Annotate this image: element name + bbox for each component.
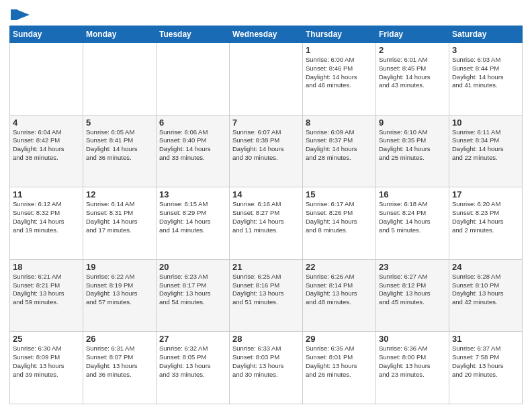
week-row-2: 4Sunrise: 6:04 AM Sunset: 8:42 PM Daylig… <box>10 115 523 187</box>
day-number: 3 <box>452 45 519 55</box>
day-number: 14 <box>232 189 300 199</box>
calendar-cell: 8Sunrise: 6:09 AM Sunset: 8:37 PM Daylig… <box>303 115 376 187</box>
logo-icon <box>11 7 31 23</box>
calendar-cell: 3Sunrise: 6:03 AM Sunset: 8:44 PM Daylig… <box>449 43 523 116</box>
cell-text: Sunrise: 6:17 AM Sunset: 8:26 PM Dayligh… <box>306 200 373 234</box>
day-number: 18 <box>13 262 80 272</box>
dow-header-friday: Friday <box>376 26 449 43</box>
day-number: 22 <box>306 262 373 272</box>
day-number: 19 <box>86 262 153 272</box>
calendar-cell: 18Sunrise: 6:21 AM Sunset: 8:21 PM Dayli… <box>10 259 83 332</box>
week-row-1: 1Sunrise: 6:00 AM Sunset: 8:46 PM Daylig… <box>10 43 523 116</box>
calendar-cell: 14Sunrise: 6:16 AM Sunset: 8:27 PM Dayli… <box>230 187 303 260</box>
calendar-cell: 17Sunrise: 6:20 AM Sunset: 8:23 PM Dayli… <box>449 187 523 260</box>
dow-header-thursday: Thursday <box>303 26 376 43</box>
cell-text: Sunrise: 6:26 AM Sunset: 8:14 PM Dayligh… <box>306 273 373 307</box>
day-number: 13 <box>159 189 226 199</box>
calendar-cell: 22Sunrise: 6:26 AM Sunset: 8:14 PM Dayli… <box>303 259 376 332</box>
calendar-cell: 16Sunrise: 6:18 AM Sunset: 8:24 PM Dayli… <box>376 187 449 260</box>
cell-text: Sunrise: 6:37 AM Sunset: 7:58 PM Dayligh… <box>452 345 519 379</box>
svg-marker-0 <box>16 9 30 20</box>
cell-text: Sunrise: 6:28 AM Sunset: 8:10 PM Dayligh… <box>452 273 519 307</box>
day-number: 5 <box>86 118 153 128</box>
day-number: 9 <box>379 118 446 128</box>
cell-text: Sunrise: 6:23 AM Sunset: 8:17 PM Dayligh… <box>159 273 226 307</box>
cell-text: Sunrise: 6:20 AM Sunset: 8:23 PM Dayligh… <box>452 200 519 234</box>
dow-header-monday: Monday <box>83 26 157 43</box>
calendar-cell <box>83 43 157 116</box>
calendar-cell: 6Sunrise: 6:06 AM Sunset: 8:40 PM Daylig… <box>157 115 230 187</box>
calendar-cell: 11Sunrise: 6:12 AM Sunset: 8:32 PM Dayli… <box>10 187 83 260</box>
calendar-cell: 20Sunrise: 6:23 AM Sunset: 8:17 PM Dayli… <box>157 259 230 332</box>
cell-text: Sunrise: 6:32 AM Sunset: 8:05 PM Dayligh… <box>159 345 226 379</box>
calendar-cell: 7Sunrise: 6:07 AM Sunset: 8:38 PM Daylig… <box>230 115 303 187</box>
calendar-cell: 9Sunrise: 6:10 AM Sunset: 8:35 PM Daylig… <box>376 115 449 187</box>
day-number: 6 <box>159 118 226 128</box>
calendar-cell: 26Sunrise: 6:31 AM Sunset: 8:07 PM Dayli… <box>83 332 157 404</box>
calendar-cell: 19Sunrise: 6:22 AM Sunset: 8:19 PM Dayli… <box>83 259 157 332</box>
cell-text: Sunrise: 6:30 AM Sunset: 8:09 PM Dayligh… <box>13 345 80 379</box>
day-number: 15 <box>306 189 373 199</box>
calendar-cell: 23Sunrise: 6:27 AM Sunset: 8:12 PM Dayli… <box>376 259 449 332</box>
calendar-cell <box>157 43 230 116</box>
cell-text: Sunrise: 6:10 AM Sunset: 8:35 PM Dayligh… <box>379 128 446 163</box>
calendar-cell: 13Sunrise: 6:15 AM Sunset: 8:29 PM Dayli… <box>157 187 230 260</box>
day-number: 31 <box>452 334 519 344</box>
cell-text: Sunrise: 6:15 AM Sunset: 8:29 PM Dayligh… <box>159 200 226 234</box>
cell-text: Sunrise: 6:14 AM Sunset: 8:31 PM Dayligh… <box>86 200 153 234</box>
cell-text: Sunrise: 6:06 AM Sunset: 8:40 PM Dayligh… <box>159 128 226 163</box>
calendar-cell: 25Sunrise: 6:30 AM Sunset: 8:09 PM Dayli… <box>10 332 83 404</box>
calendar-cell: 4Sunrise: 6:04 AM Sunset: 8:42 PM Daylig… <box>10 115 83 187</box>
cell-text: Sunrise: 6:04 AM Sunset: 8:42 PM Dayligh… <box>13 128 80 163</box>
cell-text: Sunrise: 6:33 AM Sunset: 8:03 PM Dayligh… <box>232 345 300 379</box>
day-number: 7 <box>232 118 300 128</box>
calendar-cell: 30Sunrise: 6:36 AM Sunset: 8:00 PM Dayli… <box>376 332 449 404</box>
day-number: 12 <box>86 189 153 199</box>
day-number: 23 <box>379 262 446 272</box>
cell-text: Sunrise: 6:11 AM Sunset: 8:34 PM Dayligh… <box>452 128 519 163</box>
header <box>9 7 523 20</box>
cell-text: Sunrise: 6:12 AM Sunset: 8:32 PM Dayligh… <box>13 200 80 234</box>
dow-header-tuesday: Tuesday <box>157 26 230 43</box>
calendar-cell: 15Sunrise: 6:17 AM Sunset: 8:26 PM Dayli… <box>303 187 376 260</box>
day-number: 30 <box>379 334 446 344</box>
cell-text: Sunrise: 6:18 AM Sunset: 8:24 PM Dayligh… <box>379 200 446 234</box>
cell-text: Sunrise: 6:00 AM Sunset: 8:46 PM Dayligh… <box>306 56 373 90</box>
calendar-cell <box>230 43 303 116</box>
day-of-week-row: SundayMondayTuesdayWednesdayThursdayFrid… <box>10 26 523 43</box>
calendar-cell: 28Sunrise: 6:33 AM Sunset: 8:03 PM Dayli… <box>230 332 303 404</box>
day-number: 26 <box>86 334 153 344</box>
cell-text: Sunrise: 6:07 AM Sunset: 8:38 PM Dayligh… <box>232 128 300 163</box>
day-number: 4 <box>13 118 80 128</box>
day-number: 27 <box>159 334 226 344</box>
page: SundayMondayTuesdayWednesdayThursdayFrid… <box>0 0 532 411</box>
day-number: 11 <box>13 189 80 199</box>
cell-text: Sunrise: 6:25 AM Sunset: 8:16 PM Dayligh… <box>232 273 300 307</box>
day-number: 29 <box>306 334 373 344</box>
calendar-body: 1Sunrise: 6:00 AM Sunset: 8:46 PM Daylig… <box>10 43 523 404</box>
calendar-cell: 12Sunrise: 6:14 AM Sunset: 8:31 PM Dayli… <box>83 187 157 260</box>
calendar-cell: 2Sunrise: 6:01 AM Sunset: 8:45 PM Daylig… <box>376 43 449 116</box>
calendar-cell: 5Sunrise: 6:05 AM Sunset: 8:41 PM Daylig… <box>83 115 157 187</box>
week-row-5: 25Sunrise: 6:30 AM Sunset: 8:09 PM Dayli… <box>10 332 523 404</box>
cell-text: Sunrise: 6:16 AM Sunset: 8:27 PM Dayligh… <box>232 200 300 234</box>
day-number: 16 <box>379 189 446 199</box>
cell-text: Sunrise: 6:09 AM Sunset: 8:37 PM Dayligh… <box>306 128 373 163</box>
day-number: 20 <box>159 262 226 272</box>
day-number: 1 <box>306 45 373 55</box>
day-number: 21 <box>232 262 300 272</box>
dow-header-wednesday: Wednesday <box>230 26 303 43</box>
logo <box>9 7 31 20</box>
svg-rect-1 <box>11 9 17 20</box>
cell-text: Sunrise: 6:01 AM Sunset: 8:45 PM Dayligh… <box>379 56 446 90</box>
day-number: 10 <box>452 118 519 128</box>
cell-text: Sunrise: 6:27 AM Sunset: 8:12 PM Dayligh… <box>379 273 446 307</box>
calendar-cell: 29Sunrise: 6:35 AM Sunset: 8:01 PM Dayli… <box>303 332 376 404</box>
cell-text: Sunrise: 6:31 AM Sunset: 8:07 PM Dayligh… <box>86 345 153 379</box>
week-row-3: 11Sunrise: 6:12 AM Sunset: 8:32 PM Dayli… <box>10 187 523 260</box>
dow-header-saturday: Saturday <box>449 26 523 43</box>
calendar-cell <box>10 43 83 116</box>
calendar-cell: 27Sunrise: 6:32 AM Sunset: 8:05 PM Dayli… <box>157 332 230 404</box>
day-number: 17 <box>452 189 519 199</box>
calendar-cell: 21Sunrise: 6:25 AM Sunset: 8:16 PM Dayli… <box>230 259 303 332</box>
